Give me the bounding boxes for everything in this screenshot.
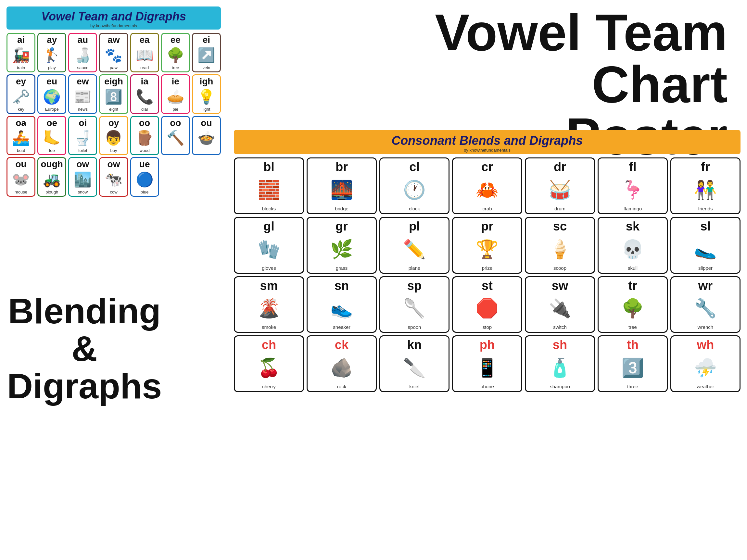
vowel-card: ow 🐄 cow: [99, 157, 128, 197]
blend-card-image: 🌉: [324, 175, 360, 205]
blend-card-label: sh: [528, 338, 592, 352]
left-panel: Vowel Team and Digraphs by knowthefundam…: [0, 0, 227, 560]
blend-card-label: gr: [310, 220, 374, 233]
vowel-card-label: oo: [163, 118, 188, 128]
vowel-card-image: 🪵: [133, 129, 156, 148]
vowel-card-label: oe: [40, 118, 64, 128]
vowel-card-label: ou: [9, 159, 33, 169]
vowel-card-image: 📞: [133, 87, 156, 106]
blend-card-label: st: [455, 279, 519, 293]
vowel-card-label: ow: [71, 159, 95, 169]
vowel-card-word: sauce: [71, 65, 95, 70]
blend-card: st 🛑 stop: [452, 276, 522, 333]
vowel-card-word: eight: [101, 107, 126, 112]
vowel-card-label: eu: [40, 77, 64, 87]
vowel-card-image: 🍲: [195, 129, 218, 148]
blend-card: tr 🌳 tree: [598, 276, 668, 333]
blend-card: cl 🕐 clock: [379, 157, 449, 214]
blend-card: wr 🔧 wrench: [670, 276, 741, 333]
blend-card-label: gl: [237, 220, 301, 233]
vowel-card-word: news: [71, 107, 95, 112]
vowel-card: oy 👦 boy: [99, 116, 128, 156]
blend-card-word: cherry: [237, 384, 301, 389]
blend-card-label: bl: [237, 160, 301, 174]
blend-card-word: flamingo: [600, 206, 665, 211]
blend-card-word: phone: [455, 384, 519, 389]
vowel-card: ie 🥧 pie: [161, 74, 190, 114]
blend-card-word: rock: [310, 384, 374, 389]
blend-card-word: slipper: [673, 265, 738, 271]
blend-card: dr 🥁 drum: [525, 157, 595, 214]
vowel-card-word: toilet: [71, 148, 95, 153]
vowel-card-image: 🔨: [164, 129, 187, 148]
vowel-card-image: 🐭: [9, 170, 33, 189]
vowel-card: ou 🐭 mouse: [6, 157, 35, 197]
vowel-card-label: oy: [101, 118, 126, 128]
blend-card-image: ✏️: [396, 235, 432, 264]
vowel-card-word: tree: [163, 65, 188, 70]
vowel-card-image: 🍶: [71, 46, 95, 64]
vowel-card-image: ↗️: [195, 46, 218, 64]
blend-card-word: knief: [382, 384, 446, 389]
vowel-card-word: key: [9, 107, 33, 112]
vowel-card-word: Europe: [40, 107, 64, 112]
blend-card-image: 🌋: [251, 294, 287, 323]
vowel-card-word: toe: [40, 148, 64, 153]
blend-card: ck 🪨 rock: [307, 335, 377, 392]
blend-card-word: sneaker: [310, 324, 374, 330]
vowel-card-image: 🚣: [9, 129, 33, 148]
blend-card-label: sp: [382, 279, 446, 293]
vowel-card-image: 📰: [71, 87, 95, 106]
vowel-card: oo 🔨: [161, 116, 190, 156]
vowel-card-label: ue: [132, 159, 157, 169]
blend-card: bl 🧱 blocks: [234, 157, 304, 214]
vowel-card-word: play: [40, 65, 64, 70]
blend-card-image: 🔪: [396, 353, 432, 382]
big-title-line1: Vowel Team: [234, 6, 727, 58]
vowel-card-word: plough: [40, 190, 64, 194]
vowel-card-label: ou: [194, 118, 218, 128]
blend-card-label: pr: [455, 220, 519, 233]
vowel-card-word: light: [194, 107, 218, 112]
vowel-card: ough 🚜 plough: [37, 157, 66, 197]
vowel-card-label: ay: [40, 35, 64, 45]
vowel-card-word: cow: [101, 190, 126, 194]
vowel-card: oo 🪵 wood: [130, 116, 159, 156]
blend-card-word: crab: [455, 206, 519, 211]
blend-card-label: sn: [310, 279, 374, 293]
blend-card-word: prize: [455, 265, 519, 271]
blend-card-image: 🥿: [688, 235, 723, 264]
blend-card-label: fr: [673, 160, 738, 174]
blend-card-word: bridge: [310, 206, 374, 211]
consonant-header-sub: by knowthefundamentals: [234, 148, 741, 153]
vowel-card-image: 🔵: [133, 170, 156, 189]
vowel-card-image: 🦶: [40, 129, 64, 148]
blend-card-label: cl: [382, 160, 446, 174]
blend-card-word: tree: [600, 324, 665, 330]
blend-card-label: wr: [673, 279, 738, 293]
blend-card-image: 🧴: [542, 353, 578, 382]
vowel-card: igh 💡 light: [192, 74, 221, 114]
vowel-card-label: aw: [101, 35, 126, 45]
blend-card-label: kn: [382, 338, 446, 352]
vowel-card: eu 🌍 Europe: [37, 74, 66, 114]
blend-card-label: br: [310, 160, 374, 174]
blend-card: fr 👫 friends: [670, 157, 741, 214]
vowel-card-word: mouse: [9, 190, 33, 194]
vowel-card-word: paw: [101, 65, 126, 70]
vowel-card: oe 🦶 toe: [37, 116, 66, 156]
blend-grid: bl 🧱 blocks br 🌉 bridge cl 🕐 clock cr 🦀 …: [234, 157, 741, 392]
vowel-card-word: pie: [163, 107, 188, 112]
blend-card-word: skull: [600, 265, 665, 271]
consonant-header-title: Consonant Blends and Digraphs: [234, 134, 741, 148]
vowel-card-image: 🚽: [71, 129, 95, 148]
blend-card-image: 🍦: [542, 235, 578, 264]
vowel-card-image: 🚜: [40, 170, 64, 189]
vowel-card: oa 🚣 boat: [6, 116, 35, 156]
vowel-card: ai 🚂 train: [6, 33, 35, 72]
blend-card: sm 🌋 smoke: [234, 276, 304, 333]
vowel-card-image: 📖: [133, 46, 156, 64]
blend-card: th 3️⃣ three: [598, 335, 668, 392]
blend-card-word: scoop: [528, 265, 592, 271]
vowel-card-label: oi: [71, 118, 95, 128]
